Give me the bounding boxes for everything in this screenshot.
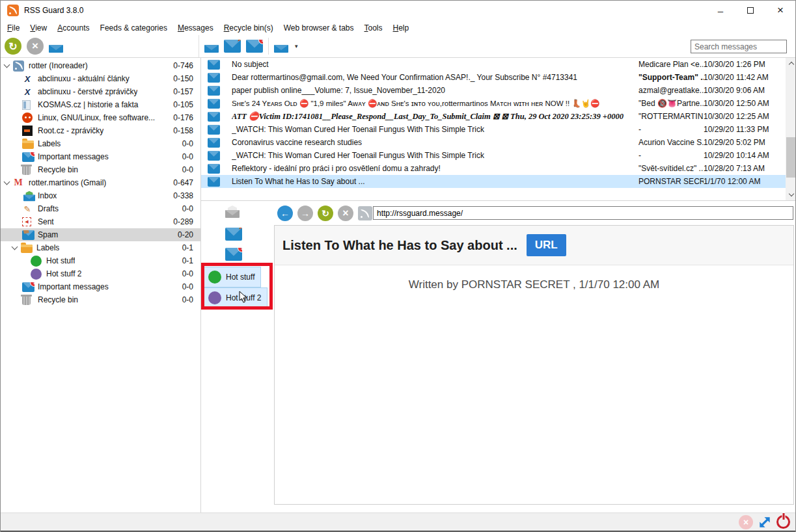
reload-icon[interactable] — [318, 206, 333, 221]
stop-icon[interactable] — [338, 206, 353, 221]
expand-arrow-icon[interactable] — [12, 244, 18, 250]
sidebar-item-feed[interactable]: Root.cz - zprávičky 0-158 — [1, 124, 200, 137]
unread-count: 0-0 — [182, 152, 193, 161]
menu-recycle-bins[interactable]: Recycle bin(s) — [219, 21, 279, 34]
unread-count: 0-158 — [173, 126, 193, 135]
menu-tools[interactable]: Tools — [359, 21, 388, 34]
url-input[interactable] — [373, 206, 793, 220]
sidebar-item-inbox[interactable]: Inbox 0-338 — [1, 189, 200, 202]
message-byline: Written by PORNSTAR SECRET , 1/1/70 12:0… — [275, 278, 793, 291]
power-quit-icon[interactable] — [776, 515, 790, 529]
message-row[interactable]: _WATCH: This Woman Cured Her Toenail Fun… — [201, 123, 786, 136]
menu-help[interactable]: Help — [388, 21, 415, 34]
mark-unread-icon[interactable] — [246, 40, 263, 53]
sidebar-item-labels[interactable]: Labels 0-0 — [1, 137, 200, 150]
message-row[interactable]: No subject Medicare Plan <e... 10/30/20 … — [201, 58, 786, 71]
message-list-scrollbar[interactable] — [786, 58, 796, 200]
unread-envelope-icon — [208, 164, 220, 174]
message-row[interactable]: _WATCH: This Woman Cured Her Toenail Fun… — [201, 149, 786, 162]
unread-envelope-icon — [208, 73, 220, 83]
sidebar-item-drafts[interactable]: Drafts 0-0 — [1, 202, 200, 215]
mark-message-read-icon[interactable] — [204, 40, 219, 53]
window-title: RSS Guard 3.8.0 — [24, 6, 83, 15]
message-header: Listen To What he Has to Say about ... U… — [275, 226, 793, 265]
important-envelope-icon — [22, 282, 34, 292]
sidebar-item-label-hot-stuff[interactable]: Hot stuff 0-1 — [1, 254, 200, 267]
mark-important-icon[interactable] — [225, 228, 242, 241]
folder-icon — [22, 140, 34, 149]
unread-count: 0-289 — [173, 217, 193, 226]
unread-count: 0-746 — [173, 61, 193, 70]
label-toggle-hot-stuff-2[interactable]: Hot stuff 2 — [204, 287, 268, 308]
forward-icon[interactable] — [297, 206, 313, 221]
url-button[interactable]: URL — [527, 234, 566, 256]
message-row[interactable]: Reflektory - ideální pro práci i pro osv… — [201, 162, 786, 175]
sidebar-item-sent[interactable]: Sent 0-289 — [1, 215, 200, 228]
unread-envelope-icon — [208, 151, 220, 161]
sidebar-item-recycle-bin[interactable]: Recycle bin 0-0 — [1, 163, 200, 176]
message-row[interactable]: Sʜᴇ's 24 Yᴇᴀʀs Oʟᴅ ⛔ "1,9 miles" Aᴡᴀʏ ⛔ᴀ… — [201, 97, 786, 110]
menu-web-browser-tabs[interactable]: Web browser & tabs — [279, 21, 359, 34]
expand-arrow-icon[interactable] — [4, 62, 10, 68]
back-icon[interactable] — [277, 206, 293, 221]
close-disabled-icon[interactable] — [739, 515, 753, 529]
menu-file[interactable]: File — [2, 21, 25, 34]
scrollbar-thumb[interactable] — [786, 137, 796, 178]
purple-label-icon — [31, 269, 42, 280]
unread-count: 0-0 — [182, 139, 193, 148]
unread-count: 0-0 — [182, 282, 193, 291]
close-button[interactable] — [765, 1, 795, 20]
minimize-button[interactable] — [706, 1, 735, 20]
unread-count: 0-176 — [173, 113, 193, 122]
window-controls — [706, 1, 795, 20]
maximize-button[interactable] — [735, 1, 765, 20]
unread-envelope-icon — [208, 60, 220, 70]
search-input[interactable] — [691, 40, 787, 53]
sidebar-item-label-hot-stuff-2[interactable]: Hot stuff 2 0-0 — [1, 267, 200, 280]
unread-count: 0-338 — [173, 191, 193, 200]
expand-arrow-icon[interactable] — [4, 179, 10, 185]
unread-envelope-icon — [208, 86, 220, 96]
mark-important-icon[interactable] — [224, 40, 241, 53]
green-label-icon — [208, 271, 221, 284]
sidebar-item-gmail-account[interactable]: rotter.martinos (Gmail) 0-647 — [1, 176, 200, 189]
green-label-icon — [31, 256, 42, 267]
mark-unread-icon[interactable] — [225, 248, 242, 261]
rootcz-icon — [22, 126, 33, 136]
message-row[interactable]: Dear rottermartinos@gmail.com, We Need Y… — [201, 71, 786, 84]
dropdown-arrow-icon[interactable] — [295, 43, 298, 49]
message-row[interactable]: ATT ⛔Victim ID:1741081__Please_Respond__… — [201, 110, 786, 123]
important-envelope-icon — [22, 152, 34, 162]
message-actions-icon[interactable] — [274, 40, 288, 53]
sidebar-item-feed[interactable]: KOSMAS.cz | historie a fakta 0-105 — [1, 98, 200, 111]
message-row-selected[interactable]: Listen To What he Has to Say about ... P… — [201, 175, 786, 188]
unread-envelope-icon — [208, 99, 220, 109]
sidebar-item-feed[interactable]: abclinuxu - čerstvé zprávičky 0-157 — [1, 85, 200, 98]
scroll-down-icon[interactable] — [786, 189, 796, 200]
message-row[interactable]: paper publish online___Volume: 7, Issue_… — [201, 84, 786, 97]
sidebar-item-important[interactable]: Important messages 0-0 — [1, 150, 200, 163]
inbox-icon — [23, 191, 35, 201]
mark-read-icon[interactable] — [225, 206, 240, 218]
unread-count: 0-0 — [182, 165, 193, 174]
sidebar-item-feed[interactable]: abclinuxu - aktuální články 0-150 — [1, 72, 200, 85]
sidebar-item-important[interactable]: Important messages 0-0 — [1, 280, 200, 293]
fullscreen-expand-icon[interactable] — [758, 515, 772, 529]
message-row[interactable]: Coronavirus vaccine research studies Acu… — [201, 136, 786, 149]
webpage-icon — [22, 100, 31, 110]
stop-update-icon[interactable] — [27, 38, 44, 55]
menu-view[interactable]: View — [25, 21, 52, 34]
menu-messages[interactable]: Messages — [172, 21, 219, 34]
sidebar-item-recycle-bin[interactable]: Recycle bin 0-0 — [1, 293, 200, 306]
menu-feeds-categories[interactable]: Feeds & categories — [95, 21, 172, 34]
mark-feed-read-icon[interactable] — [49, 40, 63, 53]
sidebar-item-feed[interactable]: Linux, GNU/Linux, free software... 0-176 — [1, 111, 200, 124]
sidebar-item-inoreader-account[interactable]: rotter (Inoreader) 0-746 — [1, 59, 200, 72]
gmail-icon — [13, 178, 23, 188]
label-toggle-hot-stuff[interactable]: Hot stuff — [204, 267, 261, 287]
menu-accounts[interactable]: Accounts — [52, 21, 94, 34]
update-feeds-icon[interactable] — [5, 38, 21, 55]
sidebar-item-labels[interactable]: Labels 0-1 — [1, 241, 200, 254]
sidebar-item-spam[interactable]: Spam 0-20 — [1, 228, 200, 241]
scroll-up-icon[interactable] — [786, 58, 796, 69]
